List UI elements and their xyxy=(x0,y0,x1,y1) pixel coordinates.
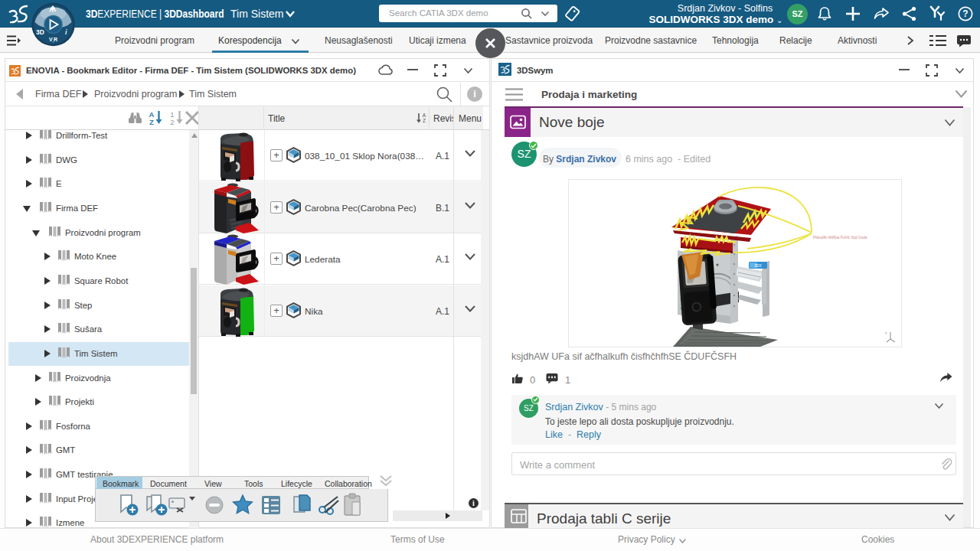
svg-text:Z: Z xyxy=(423,118,426,123)
svg-text:Z: Z xyxy=(149,118,154,126)
svg-text:?: ? xyxy=(962,8,968,19)
svg-text:3DX: 3DX xyxy=(754,263,762,268)
svg-text:A: A xyxy=(423,112,426,118)
svg-text:V,R: V,R xyxy=(49,37,57,43)
svg-text:z: z xyxy=(885,331,887,335)
svg-text:3D: 3D xyxy=(36,28,44,36)
svg-text:2: 2 xyxy=(170,118,174,126)
svg-text:Fbkudfk hfdffua Fuhfc fsjd Gsd: Fbkudfk hfdffua Fuhfc fsjd Gsde xyxy=(813,235,867,240)
